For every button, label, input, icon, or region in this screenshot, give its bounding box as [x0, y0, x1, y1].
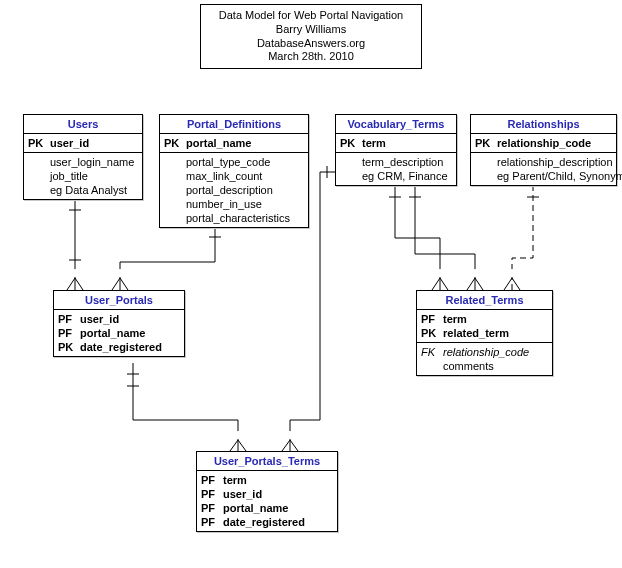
entity-portal-definitions-header: Portal_Definitions — [160, 115, 308, 134]
attribute-name: comments — [443, 360, 494, 372]
attribute-name: relationship_code — [497, 137, 591, 149]
key-column — [475, 156, 497, 168]
key-column — [164, 212, 186, 224]
svg-line-12 — [230, 440, 238, 451]
entity-user-portals-terms-body: PFtermPFuser_idPFportal_namePFdate_regis… — [197, 471, 337, 531]
attribute-row: number_in_use — [160, 197, 308, 211]
attribute-name: number_in_use — [186, 198, 262, 210]
key-column — [340, 170, 362, 182]
key-column: PF — [421, 313, 443, 325]
svg-line-25 — [475, 278, 483, 290]
attribute-row: PFterm — [417, 312, 552, 326]
attribute-row: PFterm — [197, 473, 337, 487]
key-column — [28, 156, 50, 168]
attribute-row: eg CRM, Finance — [336, 169, 456, 183]
attribute-name: portal_type_code — [186, 156, 270, 168]
attribute-name: job_title — [50, 170, 88, 182]
attribute-row: PFuser_id — [54, 312, 184, 326]
attribute-row: relationship_description — [471, 153, 616, 169]
attribute-row: job_title — [24, 169, 142, 183]
svg-point-18 — [286, 431, 294, 439]
key-column: PF — [58, 313, 80, 325]
attribute-name: term — [362, 137, 386, 149]
key-column: PF — [201, 516, 223, 528]
svg-line-22 — [440, 278, 448, 290]
attribute-row: eg Data Analyst — [24, 183, 142, 197]
key-column — [164, 156, 186, 168]
key-column — [421, 360, 443, 372]
attribute-row: max_link_count — [160, 169, 308, 183]
key-column — [340, 156, 362, 168]
attribute-name: date_registered — [223, 516, 305, 528]
entity-relationships-header: Relationships — [471, 115, 616, 134]
key-column — [28, 170, 50, 182]
key-column: PK — [58, 341, 80, 353]
attribute-name: date_registered — [80, 341, 162, 353]
key-column: PK — [340, 137, 362, 149]
svg-line-13 — [238, 440, 246, 451]
attribute-row: term_description — [336, 153, 456, 169]
attribute-name: portal_name — [223, 502, 288, 514]
svg-line-24 — [467, 278, 475, 290]
attribute-name: user_id — [223, 488, 262, 500]
entity-users-body: PKuser_iduser_login_namejob_titleeg Data… — [24, 134, 142, 199]
key-column: PF — [201, 488, 223, 500]
svg-point-9 — [116, 269, 124, 277]
attribute-row: PFdate_registered — [197, 515, 337, 529]
attribute-row: PFuser_id — [197, 487, 337, 501]
entity-vocabulary-terms-body: PKtermterm_descriptioneg CRM, Finance — [336, 134, 456, 185]
entity-portal-definitions: Portal_Definitions PKportal_nameportal_t… — [159, 114, 309, 228]
attribute-row: PKuser_id — [24, 136, 142, 153]
svg-line-21 — [432, 278, 440, 290]
attribute-row: PKdate_registered — [54, 340, 184, 354]
attribute-name: portal_name — [80, 327, 145, 339]
key-column: PF — [201, 474, 223, 486]
title-line-4: March 28th. 2010 — [211, 50, 411, 64]
attribute-name: eg Data Analyst — [50, 184, 127, 196]
attribute-name: eg CRM, Finance — [362, 170, 448, 182]
svg-line-17 — [290, 440, 298, 451]
svg-line-7 — [112, 278, 120, 290]
key-column: FK — [421, 346, 443, 358]
attribute-row: portal_characteristics — [160, 211, 308, 225]
attribute-name: user_login_name — [50, 156, 134, 168]
key-column: PK — [28, 137, 50, 149]
attribute-name: term — [223, 474, 247, 486]
key-column — [475, 170, 497, 182]
attribute-row: PFportal_name — [54, 326, 184, 340]
entity-related-terms-header: Related_Terms — [417, 291, 552, 310]
entity-portal-definitions-body: PKportal_nameportal_type_codemax_link_co… — [160, 134, 308, 227]
svg-line-8 — [120, 278, 128, 290]
attribute-name: portal_name — [186, 137, 251, 149]
attribute-row: PKrelated_term — [417, 326, 552, 343]
entity-related-terms: Related_Terms PFtermPKrelated_termFKrela… — [416, 290, 553, 376]
svg-line-29 — [512, 278, 520, 290]
svg-point-26 — [471, 269, 479, 277]
entity-user-portals: User_Portals PFuser_idPFportal_namePKdat… — [53, 290, 185, 357]
attribute-row: portal_type_code — [160, 153, 308, 169]
attribute-name: term_description — [362, 156, 443, 168]
entity-user-portals-terms-header: User_Portals_Terms — [197, 452, 337, 471]
key-column — [164, 184, 186, 196]
entity-vocabulary-terms: Vocabulary_Terms PKtermterm_descriptione… — [335, 114, 457, 186]
attribute-name: portal_description — [186, 184, 273, 196]
entity-related-terms-body: PFtermPKrelated_termFKrelationship_codec… — [417, 310, 552, 375]
svg-point-14 — [234, 431, 242, 439]
entity-relationships: Relationships PKrelationship_coderelatio… — [470, 114, 617, 186]
svg-line-28 — [504, 278, 512, 290]
svg-point-4 — [71, 269, 79, 277]
svg-line-3 — [75, 278, 83, 290]
entity-relationships-body: PKrelationship_coderelationship_descript… — [471, 134, 616, 185]
entity-user-portals-body: PFuser_idPFportal_namePKdate_registered — [54, 310, 184, 356]
attribute-row: PFportal_name — [197, 501, 337, 515]
key-column — [164, 198, 186, 210]
attribute-row: PKterm — [336, 136, 456, 153]
attribute-row: PKrelationship_code — [471, 136, 616, 153]
attribute-name: relationship_code — [443, 346, 529, 358]
title-line-3: DatabaseAnswers.org — [211, 37, 411, 51]
attribute-name: term — [443, 313, 467, 325]
key-column: PK — [421, 327, 443, 339]
key-column — [28, 184, 50, 196]
svg-point-23 — [436, 269, 444, 277]
attribute-row: user_login_name — [24, 153, 142, 169]
